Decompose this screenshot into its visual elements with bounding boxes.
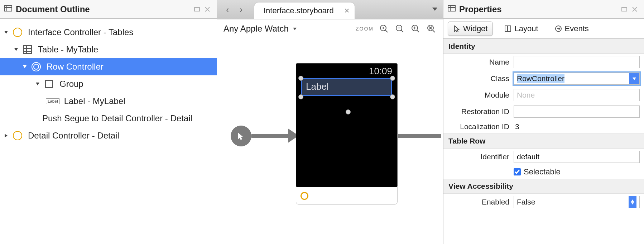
minimize-icon[interactable] [619, 6, 630, 13]
svg-marker-20 [432, 8, 437, 11]
label-element[interactable]: Label [301, 78, 392, 96]
chevron-down-icon[interactable] [13, 47, 19, 52]
chevron-down-icon[interactable] [629, 73, 639, 84]
watch-time: 10:09 [369, 66, 392, 77]
zoom-out-icon[interactable] [394, 23, 405, 34]
prop-class: Class RowController [443, 70, 644, 87]
tree-item-group[interactable]: Group [0, 75, 217, 93]
svg-point-7 [13, 28, 22, 37]
resize-handle[interactable] [298, 76, 303, 81]
resize-handle[interactable] [390, 76, 395, 81]
identifier-input[interactable] [514, 151, 640, 163]
document-outline-panel: Document Outline Interface Controller - … [0, 0, 217, 244]
enabled-value: False [517, 198, 535, 206]
tree-item-label[interactable]: Label Label - MyLabel [0, 93, 217, 110]
prop-label: Identifier [448, 152, 514, 161]
svg-rect-36 [448, 5, 455, 11]
svg-marker-13 [23, 65, 27, 68]
prop-name: Name [443, 54, 644, 70]
editor-tabbar: ‹ › Interface.storyboard ✕ [217, 0, 443, 19]
chevron-down-icon[interactable] [21, 64, 28, 69]
tree-item-detail-controller[interactable]: Detail Controller - Detail [0, 127, 217, 144]
tree-label: Push Segue to Detail Controller - Detail [42, 113, 192, 123]
close-tab-icon[interactable]: ✕ [344, 7, 350, 15]
restoration-input[interactable] [514, 105, 640, 118]
svg-rect-39 [622, 8, 627, 11]
tab-label: Widget [463, 24, 487, 33]
svg-point-19 [13, 131, 22, 140]
entry-point-icon[interactable] [231, 126, 251, 146]
class-value: RowController [517, 74, 564, 83]
enabled-select[interactable]: False [514, 196, 640, 208]
prop-restoration: Restoration ID [443, 103, 644, 120]
layout-icon [504, 25, 511, 32]
prop-label: Class [448, 74, 514, 83]
tab-menu-icon[interactable] [432, 5, 438, 14]
prop-label: Name [448, 58, 514, 66]
resize-handle[interactable] [298, 94, 303, 99]
stepper-icon[interactable] [629, 196, 636, 208]
module-input[interactable] [514, 89, 640, 101]
selectable-label: Selectable [524, 167, 561, 177]
device-label: Any Apple Watch [224, 24, 289, 34]
svg-rect-0 [5, 5, 12, 11]
tree-label: Table - MyTable [38, 44, 98, 55]
tab-title: Interface.storyboard [264, 6, 334, 15]
tab-label: Events [565, 24, 589, 33]
properties-panel: Properties Widget Layout Events Identity… [443, 0, 644, 244]
chevron-down-icon[interactable] [3, 30, 9, 35]
zoom-reset-icon[interactable] [379, 23, 389, 34]
svg-point-15 [34, 64, 39, 69]
tab-events[interactable]: Events [550, 22, 594, 36]
watch-scene[interactable]: 10:09 Label [296, 63, 398, 205]
events-icon [555, 25, 562, 32]
device-picker[interactable]: Any Apple Watch [224, 24, 297, 34]
svg-marker-21 [293, 28, 297, 30]
prop-module: Module [443, 87, 644, 103]
storyboard-canvas[interactable]: 10:09 Label [217, 38, 443, 244]
resize-handle[interactable] [390, 94, 395, 99]
close-icon[interactable] [630, 6, 640, 12]
tree-item-table[interactable]: Table - MyTable [0, 41, 217, 58]
prop-selectable: Selectable [443, 165, 644, 179]
selectable-checkbox[interactable] [514, 168, 521, 175]
prop-identifier: Identifier [443, 149, 644, 165]
editor-panel: ‹ › Interface.storyboard ✕ Any Apple Wat… [217, 0, 443, 244]
cursor-icon [453, 25, 460, 32]
editor-tab[interactable]: Interface.storyboard ✕ [254, 3, 355, 19]
resize-handle[interactable] [346, 109, 351, 114]
prop-label: Restoration ID [448, 107, 514, 116]
tree-item-row-controller[interactable]: Row Controller [0, 58, 217, 75]
zoom-fit-icon[interactable] [426, 23, 437, 34]
nav-back-icon[interactable]: ‹ [221, 5, 234, 15]
canvas-toolbar: Any Apple Watch ZOOM [217, 19, 443, 38]
svg-point-24 [383, 27, 384, 29]
nav-forward-icon[interactable]: › [234, 5, 248, 15]
tab-label: Layout [514, 24, 538, 33]
tab-widget[interactable]: Widget [448, 22, 493, 36]
prop-label: Enabled [448, 198, 514, 206]
scene-dock[interactable] [296, 187, 398, 205]
minimize-icon[interactable] [192, 6, 202, 13]
svg-marker-16 [36, 83, 39, 85]
zoom-in-icon[interactable] [410, 23, 421, 34]
tab-layout[interactable]: Layout [499, 22, 543, 36]
svg-rect-3 [194, 8, 200, 11]
zoom-label: ZOOM [356, 26, 374, 32]
watch-screen[interactable]: 10:09 Label [296, 63, 398, 187]
close-icon[interactable] [202, 6, 212, 12]
controller-dock-icon[interactable] [301, 192, 308, 200]
svg-marker-18 [5, 134, 8, 137]
exit-segue-line [398, 134, 441, 138]
tree-item-interface-controller[interactable]: Interface Controller - Tables [0, 24, 217, 41]
prop-label: Module [448, 91, 514, 99]
chevron-right-icon[interactable] [3, 133, 9, 138]
prop-localization: Localization ID 3 [443, 120, 644, 133]
name-input[interactable] [514, 56, 640, 68]
chevron-down-icon[interactable] [34, 81, 41, 86]
class-combobox[interactable]: RowController [514, 72, 640, 85]
svg-line-26 [401, 30, 403, 32]
inspector-tabs: Widget Layout Events [443, 19, 644, 39]
tree-item-segue[interactable]: Push Segue to Detail Controller - Detail [0, 110, 217, 127]
properties-title: Properties [459, 4, 502, 14]
